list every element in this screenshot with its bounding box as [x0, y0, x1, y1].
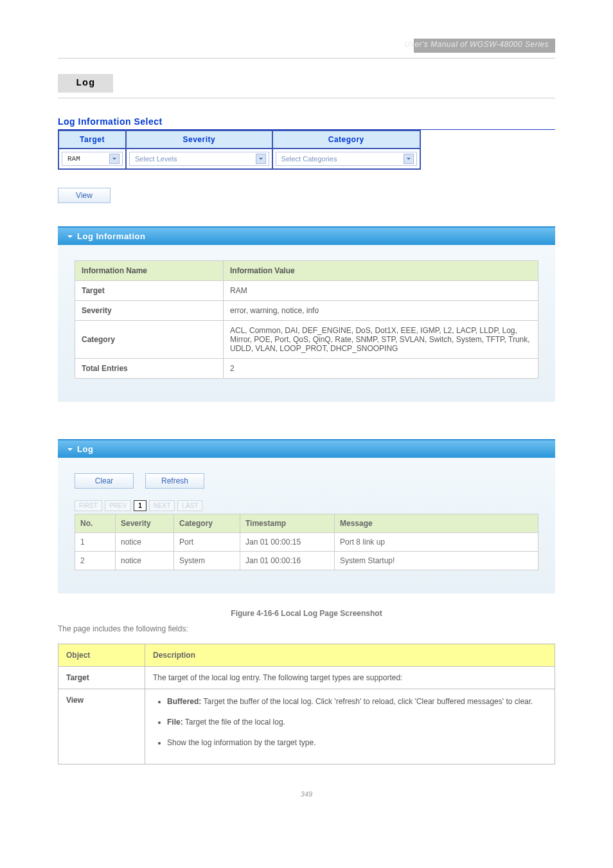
info-totals-row: Total Entries 2 [75, 359, 538, 379]
info-table: Information Name Information Value Targe… [75, 260, 538, 379]
chevron-down-icon [67, 233, 73, 240]
page-description: The page includes the following fields: [58, 623, 555, 635]
log-row: 1 notice Port Jan 01 00:00:15 Port 8 lin… [75, 533, 538, 552]
info-row: Category ACL, Common, DAI, DEF_ENGINE, D… [75, 321, 538, 359]
log-header-message: Message [335, 514, 538, 533]
chevron-down-icon [404, 154, 414, 164]
figure-caption: Figure 4-16-6 Local Log Page Screenshot [58, 609, 555, 618]
page-number: 349 [0, 790, 613, 811]
obj-desc-target: The target of the local log entry. The f… [145, 667, 555, 689]
severity-select[interactable]: Select Levels [129, 152, 269, 166]
log-header-no: No. [75, 514, 116, 533]
total-entries-value: 2 [224, 359, 538, 379]
pager-first[interactable]: FIRST [75, 500, 102, 511]
log-cell-category: Port [174, 533, 240, 552]
obj-header-object: Object [58, 644, 145, 667]
panel-title: Log [77, 444, 93, 454]
severity-select-placeholder: Select Levels [135, 155, 177, 163]
panel-log: Log Clear Refresh FIRST PREV 1 NEXT LAST… [58, 439, 555, 593]
sel-header-target: Target [58, 131, 126, 149]
log-cell-severity: notice [116, 552, 174, 570]
pager-current: 1 [134, 500, 147, 511]
category-select-placeholder: Select Categories [281, 155, 337, 163]
chevron-down-icon [256, 154, 266, 164]
sel-header-category: Category [272, 131, 420, 149]
log-cell-no: 1 [75, 533, 116, 552]
panel-header-log[interactable]: Log [58, 440, 555, 458]
category-select[interactable]: Select Categories [276, 152, 417, 166]
log-cell-severity: notice [116, 533, 174, 552]
info-value: ACL, Common, DAI, DEF_ENGINE, DoS, Dot1X… [224, 321, 538, 359]
obj-row-target: Target The target of the local log entry… [58, 667, 555, 689]
panel-log-information: Log Information Information Name Informa… [58, 226, 555, 402]
view-button[interactable]: View [58, 188, 111, 203]
log-header-category: Category [174, 514, 240, 533]
panel-header-log-information[interactable]: Log Information [58, 228, 555, 245]
pager: FIRST PREV 1 NEXT LAST [75, 500, 538, 511]
divider [58, 98, 555, 98]
chevron-down-icon [67, 446, 73, 453]
info-row: Severity error, warning, notice, info [75, 301, 538, 321]
log-select-table: Target Severity Category RAM Select Leve… [58, 130, 421, 170]
panel-title: Log Information [77, 231, 145, 241]
sel-header-severity: Severity [126, 131, 272, 149]
log-cell-message: Port 8 link up [335, 533, 538, 552]
log-row: 2 notice System Jan 01 00:00:16 System S… [75, 552, 538, 570]
log-cell-timestamp: Jan 01 00:00:15 [240, 533, 335, 552]
target-select[interactable]: RAM [62, 152, 123, 166]
obj-name-target: Target [58, 667, 145, 689]
info-name: Target [75, 281, 224, 301]
log-header-timestamp: Timestamp [240, 514, 335, 533]
log-cell-no: 2 [75, 552, 116, 570]
refresh-button[interactable]: Refresh [145, 473, 204, 489]
log-table: No. Severity Category Timestamp Message … [75, 514, 538, 570]
info-header-name: Information Name [75, 261, 224, 281]
clear-button[interactable]: Clear [75, 473, 134, 489]
active-tab-log[interactable]: Log [58, 74, 113, 93]
target-select-value: RAM [67, 155, 80, 163]
section-title-log-info-select: Log Information Select [58, 116, 555, 130]
info-name: Category [75, 321, 224, 359]
log-cell-timestamp: Jan 01 00:00:16 [240, 552, 335, 570]
pager-next[interactable]: NEXT [149, 500, 175, 511]
log-cell-category: System [174, 552, 240, 570]
log-cell-message: System Startup! [335, 552, 538, 570]
info-name: Severity [75, 301, 224, 321]
log-header-severity: Severity [116, 514, 174, 533]
header-doc-title: User's Manual of WGSW-48000 Series [405, 40, 549, 49]
obj-row-view: View Buffered: Target the buffer of the … [58, 689, 555, 764]
info-value: RAM [224, 281, 538, 301]
chevron-down-icon [109, 154, 120, 164]
total-entries-label: Total Entries [75, 359, 224, 379]
pager-prev[interactable]: PREV [105, 500, 131, 511]
info-row: Target RAM [75, 281, 538, 301]
info-header-value: Information Value [224, 261, 538, 281]
object-description-table: Object Description Target The target of … [58, 644, 555, 764]
pager-last[interactable]: LAST [177, 500, 202, 511]
obj-header-description: Description [145, 644, 555, 667]
obj-name-view: View [58, 689, 145, 764]
info-value: error, warning, notice, info [224, 301, 538, 321]
obj-desc-view: Buffered: Target the buffer of the local… [145, 689, 555, 764]
